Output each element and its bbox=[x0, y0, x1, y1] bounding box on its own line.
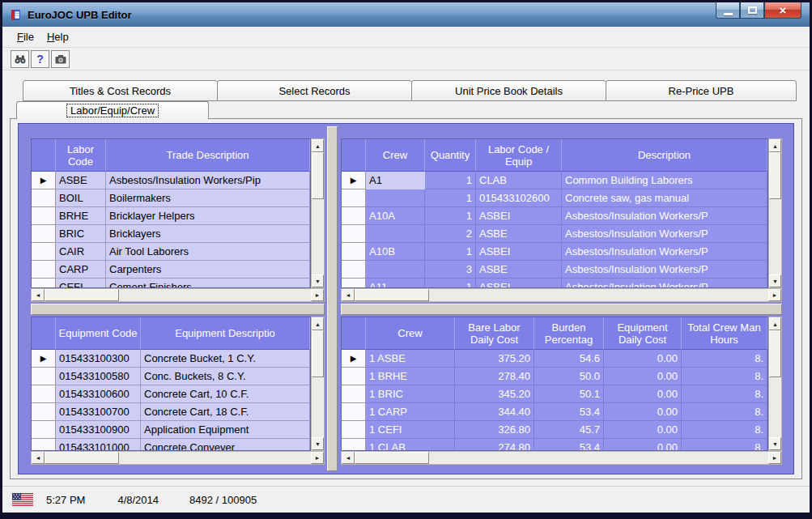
equipment-code-cell[interactable]: 015433100580 bbox=[56, 368, 141, 385]
table-row[interactable]: BOIL Boilermakers bbox=[32, 189, 310, 207]
snapshot-button[interactable] bbox=[51, 50, 70, 68]
column-header-trade-description[interactable]: Trade Description bbox=[106, 139, 310, 172]
row-selector[interactable] bbox=[342, 403, 366, 421]
scroll-left-button[interactable]: ◄ bbox=[342, 452, 355, 464]
row-selector[interactable] bbox=[342, 279, 366, 288]
row-selector[interactable] bbox=[32, 368, 56, 385]
equipment-code-cell[interactable]: 015433101000 bbox=[56, 439, 141, 451]
scroll-right-button[interactable]: ► bbox=[311, 289, 324, 301]
horizontal-scrollbar[interactable]: ◄ ► bbox=[31, 288, 325, 302]
table-row[interactable]: 015433100700 Concrete Cart, 18 C.F. bbox=[32, 403, 310, 421]
crew-cell[interactable]: 1 CARP bbox=[366, 403, 455, 421]
equipment-code-cell[interactable]: 015433100600 bbox=[56, 385, 141, 403]
equipment-description-cell[interactable]: Application Equipment bbox=[141, 421, 310, 439]
bare-labor-cost-cell[interactable]: 375.20 bbox=[455, 350, 534, 368]
equipment-cost-cell[interactable]: 0.00 bbox=[604, 439, 682, 451]
scrollbar-thumb[interactable] bbox=[45, 289, 119, 301]
column-header-equipment-code[interactable]: Equipment Code bbox=[56, 317, 141, 350]
scrollbar-track[interactable] bbox=[45, 452, 311, 464]
equipment-code-cell[interactable]: 015433100900 bbox=[56, 421, 141, 439]
crew-cell[interactable]: A10A bbox=[366, 207, 425, 225]
bare-labor-cost-cell[interactable]: 278.40 bbox=[455, 368, 534, 385]
row-selector[interactable] bbox=[32, 279, 56, 288]
table-row[interactable]: ▶ 015433100300 Concrete Bucket, 1 C.Y. bbox=[32, 350, 310, 368]
row-selector[interactable] bbox=[342, 261, 366, 279]
trade-description-cell[interactable]: Bricklayers bbox=[106, 225, 310, 243]
scrollbar-thumb[interactable] bbox=[355, 289, 429, 301]
table-row[interactable]: BRIC Bricklayers bbox=[32, 225, 310, 243]
row-selector[interactable] bbox=[342, 368, 366, 385]
title-bar[interactable]: EuroJOC UPB Editor × bbox=[2, 2, 810, 27]
equipment-description-cell[interactable]: Concrete Conveyer bbox=[141, 439, 310, 451]
equipment-description-cell[interactable]: Concrete Bucket, 1 C.Y. bbox=[141, 350, 310, 368]
tab-re-price-upb[interactable]: Re-Price UPB bbox=[606, 80, 797, 101]
horizontal-scrollbar[interactable]: ◄ ► bbox=[341, 451, 782, 465]
table-row[interactable]: 1 CLAB 274.80 53.4 0.00 8. bbox=[342, 439, 767, 451]
scrollbar-track[interactable] bbox=[769, 152, 781, 274]
row-selector[interactable] bbox=[342, 189, 366, 207]
scrollbar-track[interactable] bbox=[45, 289, 311, 301]
description-cell[interactable]: Asbestos/Insulation Workers/P bbox=[562, 279, 767, 288]
row-selector[interactable] bbox=[342, 439, 366, 451]
man-hours-cell[interactable]: 8. bbox=[682, 368, 767, 385]
table-row[interactable]: CEFI Cement Finishers bbox=[32, 279, 310, 288]
burden-percent-cell[interactable]: 45.7 bbox=[534, 421, 604, 439]
scrollbar-thumb[interactable] bbox=[769, 330, 781, 377]
scrollbar-track[interactable] bbox=[769, 330, 781, 437]
table-row[interactable]: A11 1 ASBEI Asbestos/Insulation Workers/… bbox=[342, 279, 767, 288]
table-row[interactable]: 1 BRHE 278.40 50.0 0.00 8. bbox=[342, 368, 767, 385]
quantity-cell[interactable]: 1 bbox=[425, 243, 476, 261]
table-row[interactable]: ▶ ASBE Asbestos/Insulation Workers/Pip bbox=[32, 172, 310, 189]
vertical-scrollbar[interactable]: ▲ ▼ bbox=[768, 138, 782, 288]
trade-description-cell[interactable]: Carpenters bbox=[106, 261, 310, 279]
labor-code-cell[interactable]: CARP bbox=[56, 261, 106, 279]
scrollbar-thumb[interactable] bbox=[45, 452, 119, 464]
description-cell[interactable]: Asbestos/Insulation Workers/P bbox=[562, 207, 767, 225]
trade-description-cell[interactable]: Bricklayer Helpers bbox=[106, 207, 310, 225]
description-cell[interactable]: Asbestos/Insulation Workers/P bbox=[562, 243, 767, 261]
column-header-equipment-daily-cost[interactable]: Equipment Daily Cost bbox=[604, 317, 682, 350]
tab-unit-price-book-details[interactable]: Unit Price Book Details bbox=[411, 80, 606, 101]
crew-cell[interactable] bbox=[366, 225, 425, 243]
labor-code-cell[interactable]: BOIL bbox=[56, 189, 106, 207]
labor-equip-code-cell[interactable]: ASBEI bbox=[476, 207, 562, 225]
row-selector[interactable] bbox=[342, 421, 366, 439]
tab-select-records[interactable]: Select Records bbox=[217, 80, 412, 101]
row-selector[interactable] bbox=[342, 385, 366, 403]
vertical-scrollbar[interactable]: ▲ ▼ bbox=[311, 317, 325, 451]
column-header-burden-percentage[interactable]: Burden Percentag bbox=[534, 317, 604, 350]
help-button[interactable]: ? bbox=[31, 50, 49, 68]
close-button[interactable]: × bbox=[764, 2, 801, 19]
scroll-right-button[interactable]: ► bbox=[768, 289, 781, 301]
equipment-code-cell[interactable]: 015433100300 bbox=[56, 350, 141, 368]
equipment-cost-cell[interactable]: 0.00 bbox=[604, 385, 682, 403]
table-row[interactable]: 1 CARP 344.40 53.4 0.00 8. bbox=[342, 403, 767, 421]
scroll-right-button[interactable]: ► bbox=[768, 452, 781, 464]
equipment-cost-cell[interactable]: 0.00 bbox=[604, 421, 682, 439]
table-row[interactable]: 1 CEFI 326.80 45.7 0.00 8. bbox=[342, 421, 767, 439]
scrollbar-track[interactable] bbox=[355, 452, 768, 464]
table-row[interactable]: 1 BRIC 345.20 50.1 0.00 8. bbox=[342, 385, 767, 403]
app-icon[interactable] bbox=[9, 8, 23, 22]
labor-code-cell[interactable]: BRHE bbox=[56, 207, 106, 225]
table-row[interactable]: 015433100580 Conc. Buckets, 8 C.Y. bbox=[32, 368, 310, 385]
trade-description-cell[interactable]: Air Tool Laborers bbox=[106, 243, 310, 261]
crew-cell[interactable] bbox=[366, 189, 425, 207]
quantity-cell[interactable]: 2 bbox=[425, 225, 476, 243]
labor-equip-code-cell[interactable]: ASBE bbox=[476, 261, 562, 279]
equipment-code-cell[interactable]: 015433100700 bbox=[56, 403, 141, 421]
scroll-down-button[interactable]: ▼ bbox=[769, 437, 781, 450]
equipment-cost-cell[interactable]: 0.00 bbox=[604, 350, 682, 368]
row-selector[interactable]: ▶ bbox=[32, 350, 56, 368]
table-row[interactable]: 015433100900 Application Equipment bbox=[32, 421, 310, 439]
crew-cell[interactable] bbox=[366, 261, 425, 279]
table-row[interactable]: 015433101000 Concrete Conveyer bbox=[32, 439, 310, 451]
man-hours-cell[interactable]: 8. bbox=[682, 350, 767, 368]
scroll-up-button[interactable]: ▲ bbox=[769, 317, 781, 330]
column-header-description[interactable]: Description bbox=[562, 139, 767, 172]
vertical-splitter[interactable] bbox=[327, 126, 338, 471]
column-header-total-crew-man-hours[interactable]: Total Crew Man Hours bbox=[682, 317, 767, 350]
column-header-labor-code[interactable]: Labor Code bbox=[56, 139, 106, 172]
trade-description-cell[interactable]: Boilermakers bbox=[106, 189, 310, 207]
labor-equip-code-cell[interactable]: 015433102600 bbox=[476, 189, 562, 207]
